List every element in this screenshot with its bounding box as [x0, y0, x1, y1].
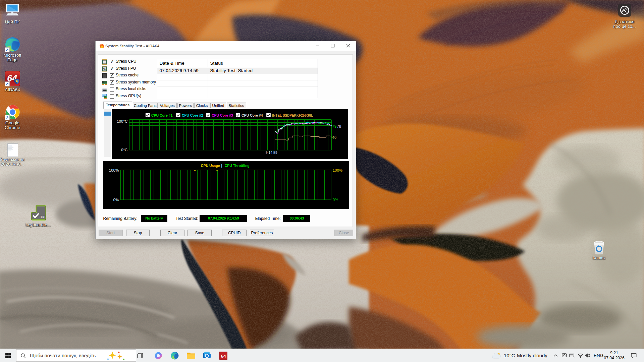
- svg-text:0%: 0%: [113, 198, 119, 202]
- svg-text:0%: 0%: [332, 198, 338, 202]
- svg-text:CPU Core #4: CPU Core #4: [241, 113, 263, 117]
- svg-text:40: 40: [332, 135, 336, 139]
- svg-text:TEST: TEST: [39, 215, 46, 218]
- svg-text:0°C: 0°C: [121, 147, 127, 152]
- svg-text:64: 64: [221, 354, 226, 359]
- svg-text:|: |: [221, 163, 222, 167]
- svg-text:CPU Core #2: CPU Core #2: [182, 113, 203, 117]
- svg-text:100%: 100%: [332, 168, 342, 172]
- svg-text:INTEL SSDPEKKF256G8L: INTEL SSDPEKKF256G8L: [272, 114, 313, 117]
- svg-text:78: 78: [337, 124, 341, 128]
- svg-text:CPU Usage: CPU Usage: [201, 163, 220, 167]
- svg-text:CPU Throttling: CPU Throttling: [224, 163, 249, 167]
- svg-text:79: 79: [332, 124, 336, 128]
- svg-text:100%: 100%: [109, 168, 118, 172]
- svg-text:CPU Core #1: CPU Core #1: [151, 113, 173, 117]
- svg-text:%: %: [103, 67, 106, 71]
- svg-text:CPU Core #3: CPU Core #3: [212, 113, 233, 117]
- svg-text:9:14:59: 9:14:59: [266, 150, 277, 154]
- svg-text:100°C: 100°C: [117, 119, 127, 123]
